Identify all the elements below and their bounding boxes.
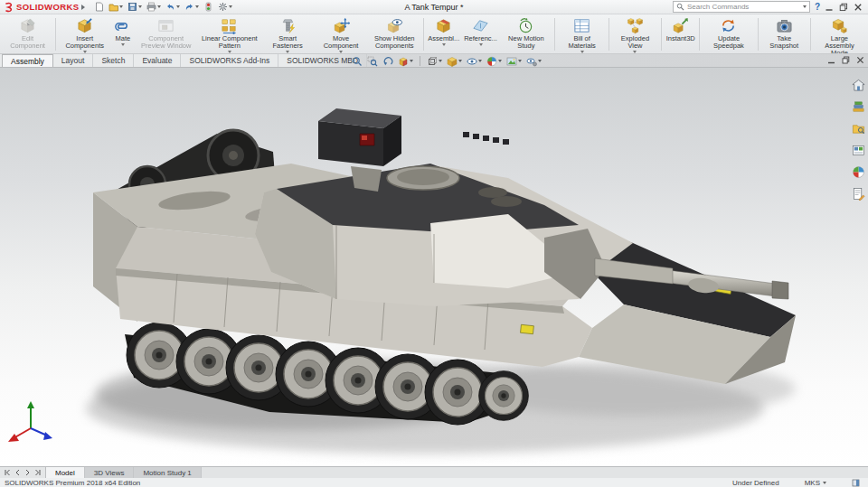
chevron-down-icon [478,60,482,62]
display-style-button[interactable] [446,56,463,67]
last-tab-button[interactable] [34,469,41,476]
minimize-button[interactable] [825,3,834,12]
apply-scene-button[interactable] [505,56,523,67]
ribbon-button-bill-of-materials[interactable]: Bill of Materials [557,15,606,53]
print-button[interactable] [146,2,162,12]
first-tab-button[interactable] [5,469,11,476]
ribbon-button-label: Insert Components [61,35,108,50]
exploded-view-icon [627,17,644,34]
chevron-down-icon [439,60,442,62]
ribbon-button-reference-geometry[interactable]: Referenc... [462,15,500,53]
chevron-down-icon [228,51,231,53]
chevron-down-icon [442,43,446,46]
tab-motion-study-1[interactable]: Motion Study 1 [134,467,201,478]
tab-model[interactable]: Model [46,467,85,478]
ribbon-button-mate[interactable]: Mate [111,15,134,53]
ribbon-button-label: Edit Component [5,35,50,50]
zoom-to-area-button[interactable] [366,56,379,67]
ribbon-button-move-component[interactable]: Move Component [315,15,368,53]
zoom-to-fit-button[interactable] [351,56,363,67]
close-button[interactable] [854,3,863,12]
search-input[interactable] [684,2,803,12]
document-minimize-button[interactable] [827,56,835,64]
app-logo-text: SOLIDWORKS [16,2,79,12]
ribbon-button-smart-fasteners[interactable]: Smart Fasteners [261,15,315,53]
ribbon-button-large-assembly-mode[interactable]: Large Assembly Mode [813,15,866,53]
ribbon-button-label: Exploded View [615,35,656,50]
tab-3d-views[interactable]: 3D Views [85,467,135,478]
tab-evaluate[interactable]: Evaluate [134,54,181,67]
view-settings-button[interactable] [525,56,542,67]
ribbon-button-label: Update Speedpak [705,35,751,50]
section-view-button[interactable] [397,56,414,67]
view-orientation-button[interactable] [426,56,443,67]
instant3d-icon [672,17,689,34]
command-search[interactable] [673,1,810,13]
menu-expand-icon[interactable] [81,5,85,10]
document-close-button[interactable] [856,56,864,64]
task-pane-toggle[interactable] [852,479,860,487]
options-button[interactable] [217,2,233,12]
orientation-triad [8,401,52,442]
ribbon-button-label: Assembl... [428,35,459,42]
custom-properties-button[interactable] [852,187,865,201]
ribbon-button-insert-components[interactable]: Insert Components [58,15,111,53]
appearances-scenes-button[interactable] [852,165,865,179]
ribbon-separator [758,18,759,51]
view-palette-button[interactable] [852,144,865,157]
zoom-area-icon [367,56,378,67]
chevron-down-icon [458,60,462,62]
file-explorer-button[interactable] [852,122,865,136]
ribbon-button-take-snapshot[interactable]: Take Snapshot [760,15,808,53]
chevron-down-icon [83,51,87,53]
tab-solidworks-add-ins[interactable]: SOLIDWORKS Add-Ins [181,54,278,67]
previous-view-button[interactable] [382,56,394,67]
ribbon-button-label: Show Hidden Components [372,35,418,50]
undo-button[interactable] [165,2,181,12]
ribbon-button-exploded-view[interactable]: Exploded View [611,15,659,53]
scene-icon [506,56,517,67]
tab-assembly[interactable]: Assembly [2,54,53,67]
ribbon-separator [55,18,56,51]
redo-button[interactable] [184,2,200,12]
restore-button[interactable] [839,3,848,12]
open-folder-icon [108,2,118,12]
command-tabs: Assembly Layout Sketch Evaluate SOLIDWOR… [0,54,367,67]
chevron-down-icon [823,482,826,484]
document-restore-button[interactable] [842,56,850,64]
ribbon-button-update-speedpak[interactable]: Update Speedpak [702,15,755,53]
tab-layout[interactable]: Layout [53,54,94,67]
chevron-down-icon [121,43,125,46]
next-tab-button[interactable] [24,469,31,476]
toolbar-separator [420,56,420,66]
edition-label: SOLIDWORKS Premium 2018 x64 Edition [5,479,140,487]
save-button[interactable] [127,2,143,12]
configuration-tab-bar: Model 3D Views Motion Study 1 [0,466,868,478]
redo-icon [184,2,194,12]
eye-icon [467,56,477,67]
ribbon-button-label: Linear Component Pattern [202,35,258,50]
tank-assembly-model[interactable] [0,68,868,466]
appearances-ball-icon [852,165,865,179]
component-preview-window-icon [157,17,175,34]
home-tab-button[interactable] [852,79,865,92]
ribbon-button-assembly-features[interactable]: Assembl... [426,15,462,53]
graphics-viewport[interactable] [0,68,868,466]
open-button[interactable] [108,2,124,12]
previous-tab-button[interactable] [14,469,21,476]
ribbon-button-label: Move Component [318,35,364,50]
design-library-button[interactable] [852,100,865,114]
edit-appearance-button[interactable] [486,56,503,67]
ribbon-button-instant3d[interactable]: Instant3D [664,15,697,53]
section-view-icon [398,56,409,67]
help-icon[interactable]: ? [815,3,820,12]
ribbon-button-show-hidden-components[interactable]: Show Hidden Components [368,15,421,53]
task-pane-tab-strip [852,79,865,201]
ribbon-button-new-motion-study[interactable]: New Motion Study [499,15,552,53]
tab-sketch[interactable]: Sketch [93,54,134,67]
new-document-button[interactable] [93,2,105,12]
units-selector[interactable]: MKS [805,479,826,487]
hide-show-items-button[interactable] [466,56,483,67]
ribbon-button-linear-component-pattern[interactable]: Linear Component Pattern [198,15,261,53]
rebuild-button[interactable] [203,2,214,12]
